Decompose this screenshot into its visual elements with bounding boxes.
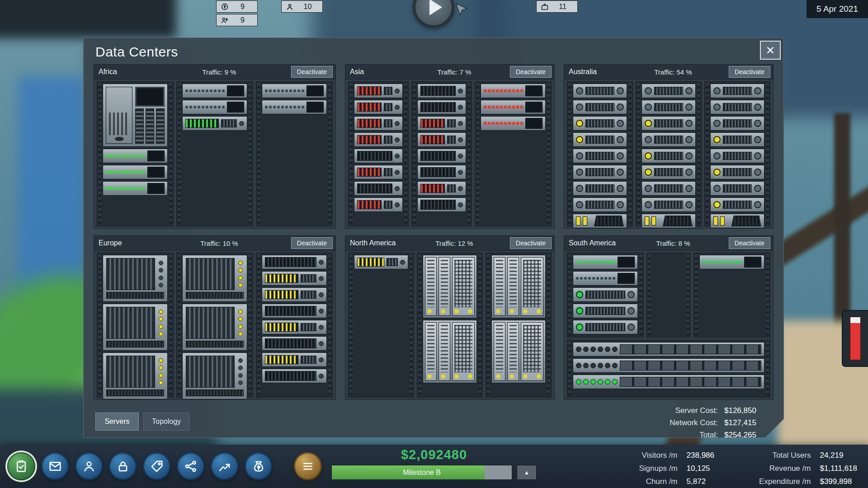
cost-label: Network Cost: (670, 418, 718, 427)
rack-unit (710, 149, 764, 163)
rack-unit (262, 320, 327, 334)
region-panel-south-america: South AmericaTraffic: 8 %Deactivate (564, 235, 774, 400)
server-rack (475, 81, 552, 226)
rack-unit (262, 369, 327, 383)
server-rack (646, 253, 691, 338)
center-hud: $2,092480 Milestone B ▲ (331, 447, 537, 480)
network-icon (184, 460, 198, 473)
rack-row (566, 252, 772, 338)
region-header: AsiaTraffic: 7 %Deactivate (345, 64, 555, 80)
rack-unit (710, 197, 764, 212)
rack-unit (182, 197, 247, 212)
rack-unit (262, 352, 327, 367)
rack-unit (354, 255, 408, 269)
server-screen (525, 118, 542, 129)
badge-value: 11 (552, 3, 573, 11)
deactivate-button-australia[interactable]: Deactivate (729, 66, 770, 78)
rack-unit (710, 116, 764, 131)
deactivate-button-asia[interactable]: Deactivate (510, 66, 552, 78)
rack-unit (481, 84, 546, 98)
region-header: AustraliaTraffic: 54 %Deactivate (564, 64, 774, 80)
deactivate-button-north-america[interactable]: Deactivate (510, 237, 552, 249)
rack-unit (481, 181, 546, 196)
clipboard-check-icon[interactable] (7, 452, 35, 480)
tab-servers[interactable]: Servers (95, 413, 139, 431)
rack-unit (710, 84, 764, 98)
rack-unit (262, 181, 327, 196)
deactivate-button-south-america[interactable]: Deactivate (729, 237, 770, 249)
rack-unit (491, 255, 546, 318)
server-rack (567, 253, 644, 338)
region-header: North AmericaTraffic: 12 %Deactivate (345, 235, 555, 251)
mail-icon[interactable] (41, 452, 69, 480)
rack-unit (354, 304, 408, 318)
server-rack (411, 81, 472, 226)
balance-display: $2,092480 (401, 447, 467, 462)
region-name: Australia (569, 68, 618, 76)
lock-icon[interactable] (109, 452, 137, 480)
region-traffic: Traffic: 12 % (402, 239, 506, 247)
close-button[interactable] (760, 41, 781, 60)
chart-icon[interactable] (211, 452, 239, 480)
rack-unit (103, 149, 168, 163)
rack-unit (642, 149, 696, 163)
server-screen (147, 150, 165, 161)
rack-unit (103, 84, 168, 147)
region-header: AfricaTraffic: 9 %Deactivate (94, 64, 336, 80)
badge-value: 9 (232, 3, 253, 11)
rack-unit (481, 100, 546, 114)
rack-unit (354, 84, 403, 98)
rack-area (564, 80, 774, 229)
rack-unit (103, 181, 168, 196)
stat-value: $1,111,618 (820, 464, 857, 473)
stat-value: $399,898 (820, 477, 857, 486)
rack-unit (354, 149, 403, 163)
rack-unit (182, 165, 247, 179)
coin-icon (221, 3, 229, 11)
rack-unit (262, 304, 327, 318)
person-icon[interactable] (75, 452, 103, 480)
network-icon[interactable] (177, 452, 205, 480)
rack-unit (423, 255, 477, 318)
money-bag-icon[interactable] (245, 452, 273, 480)
rack-unit (573, 342, 764, 357)
rack-unit (573, 181, 627, 196)
rack-unit (262, 165, 327, 179)
region-traffic: Traffic: 8 % (621, 239, 725, 247)
rack-unit (354, 320, 408, 334)
server-screen (147, 167, 165, 178)
server-rack (567, 340, 770, 398)
rack-unit (417, 116, 466, 131)
price-tag-icon[interactable] (143, 452, 171, 480)
rack-area (94, 80, 336, 229)
rack-unit (354, 181, 403, 196)
deactivate-button-europe[interactable]: Deactivate (291, 237, 333, 249)
region-header: EuropeTraffic: 10 %Deactivate (94, 235, 336, 251)
tab-topology[interactable]: Topology (143, 413, 189, 431)
rack-unit (699, 304, 764, 318)
deactivate-button-africa[interactable]: Deactivate (291, 66, 333, 78)
rack-unit (354, 336, 408, 351)
cost-label: Server Cost: (670, 406, 718, 415)
background-building (0, 0, 176, 38)
rack-unit (573, 84, 627, 98)
rack-unit (710, 100, 764, 114)
expand-button[interactable]: ▲ (517, 465, 537, 480)
rack-unit (417, 181, 466, 196)
mouse-cursor (455, 3, 468, 18)
top-badge-group: 11 (536, 0, 578, 13)
rack-unit (642, 116, 696, 131)
top-badge-group: 99 (216, 0, 258, 26)
rack-unit (699, 287, 764, 302)
gauge-bar (850, 317, 861, 360)
data-centers-dialog: Data Centers AfricaTraffic: 9 %Deactivat… (83, 38, 784, 438)
region-name: Asia (350, 68, 399, 76)
menu-icon[interactable] (294, 452, 322, 480)
rack-unit (417, 84, 466, 98)
stat-value: 238,986 (687, 451, 714, 460)
rack-unit (354, 100, 403, 114)
milestone-progress-bar[interactable]: Milestone B (331, 465, 512, 480)
rack-unit (417, 197, 466, 212)
rack-unit (573, 165, 627, 179)
side-gauge (842, 310, 868, 367)
